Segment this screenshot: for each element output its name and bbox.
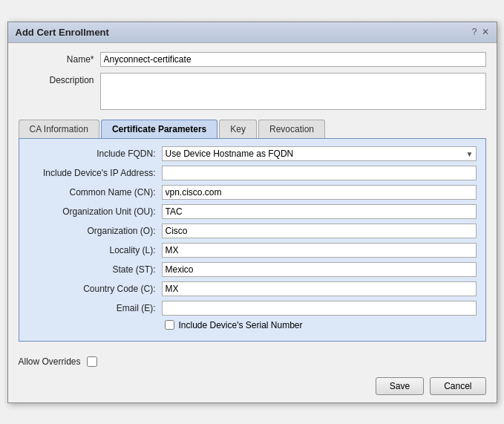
allow-overrides-checkbox[interactable] bbox=[87, 356, 97, 367]
name-label: Name* bbox=[19, 52, 100, 65]
help-button[interactable]: ? bbox=[472, 27, 477, 37]
dialog-body: Name* Description CA Information Certifi… bbox=[8, 43, 497, 350]
allow-overrides-label: Allow Overrides bbox=[19, 356, 81, 367]
include-ip-row: Include Device's IP Address: bbox=[28, 166, 477, 180]
email-input[interactable] bbox=[162, 301, 477, 316]
common-name-input-wrapper bbox=[162, 185, 477, 200]
locality-label: Locality (L): bbox=[28, 245, 162, 255]
locality-input[interactable] bbox=[162, 243, 477, 258]
tab-panel-cert-params: Include FQDN: Use Device Hostname as FQD… bbox=[19, 138, 486, 342]
country-input[interactable] bbox=[162, 281, 477, 296]
common-name-input[interactable] bbox=[162, 185, 477, 200]
email-row: Email (E): bbox=[28, 301, 477, 316]
org-label: Organization (O): bbox=[28, 226, 162, 236]
name-input[interactable] bbox=[100, 52, 486, 67]
cancel-button[interactable]: Cancel bbox=[430, 377, 485, 395]
email-input-wrapper bbox=[162, 301, 477, 316]
common-name-row: Common Name (CN): bbox=[28, 185, 477, 200]
country-row: Country Code (C): bbox=[28, 281, 477, 296]
locality-row: Locality (L): bbox=[28, 243, 477, 258]
tab-revocation[interactable]: Revocation bbox=[258, 120, 325, 138]
country-input-wrapper bbox=[162, 281, 477, 296]
dialog-controls: ? ✕ bbox=[472, 27, 489, 37]
state-label: State (ST): bbox=[28, 264, 162, 275]
tab-certificate-parameters[interactable]: Certificate Parameters bbox=[101, 120, 217, 138]
save-button[interactable]: Save bbox=[376, 377, 424, 395]
org-unit-row: Organization Unit (OU): bbox=[28, 204, 477, 219]
org-input[interactable] bbox=[162, 224, 477, 238]
description-row: Description bbox=[19, 73, 486, 112]
org-row: Organization (O): bbox=[28, 224, 477, 238]
add-cert-enrollment-dialog: Add Cert Enrollment ? ✕ Name* Descriptio… bbox=[7, 22, 497, 403]
include-fqdn-select-wrapper: Use Device Hostname as FQDN None Other ▼ bbox=[162, 146, 477, 161]
dialog-titlebar: Add Cert Enrollment ? ✕ bbox=[8, 22, 497, 43]
org-unit-input-wrapper bbox=[162, 204, 477, 219]
dialog-title: Add Cert Enrollment bbox=[16, 27, 109, 38]
org-input-wrapper bbox=[162, 224, 477, 238]
tab-ca-information[interactable]: CA Information bbox=[19, 120, 99, 138]
org-unit-label: Organization Unit (OU): bbox=[28, 206, 162, 217]
email-label: Email (E): bbox=[28, 303, 162, 313]
tabs-bar: CA Information Certificate Parameters Ke… bbox=[19, 120, 486, 138]
serial-number-checkbox[interactable] bbox=[165, 320, 174, 330]
description-label: Description bbox=[19, 73, 100, 85]
serial-number-label: Include Device's Serial Number bbox=[179, 320, 303, 330]
state-input[interactable] bbox=[162, 262, 477, 277]
description-input[interactable] bbox=[100, 73, 486, 110]
footer-section: Allow Overrides bbox=[8, 350, 497, 373]
state-input-wrapper bbox=[162, 262, 477, 277]
dialog-footer: Save Cancel bbox=[8, 373, 497, 402]
org-unit-input[interactable] bbox=[162, 204, 477, 219]
include-ip-input[interactable] bbox=[162, 166, 477, 180]
serial-number-row: Include Device's Serial Number bbox=[165, 320, 477, 330]
include-fqdn-select[interactable]: Use Device Hostname as FQDN None Other bbox=[162, 146, 477, 161]
include-fqdn-label: Include FQDN: bbox=[28, 149, 162, 159]
include-ip-input-wrapper bbox=[162, 166, 477, 180]
tab-key[interactable]: Key bbox=[219, 120, 257, 138]
country-label: Country Code (C): bbox=[28, 284, 162, 294]
locality-input-wrapper bbox=[162, 243, 477, 258]
include-fqdn-row: Include FQDN: Use Device Hostname as FQD… bbox=[28, 146, 477, 161]
description-input-wrapper bbox=[100, 73, 486, 112]
name-row: Name* bbox=[19, 52, 486, 67]
close-button[interactable]: ✕ bbox=[482, 27, 489, 37]
state-row: State (ST): bbox=[28, 262, 477, 277]
allow-overrides-row: Allow Overrides bbox=[19, 356, 97, 367]
name-input-wrapper bbox=[100, 52, 486, 67]
common-name-label: Common Name (CN): bbox=[28, 187, 162, 198]
include-ip-label: Include Device's IP Address: bbox=[28, 168, 162, 178]
